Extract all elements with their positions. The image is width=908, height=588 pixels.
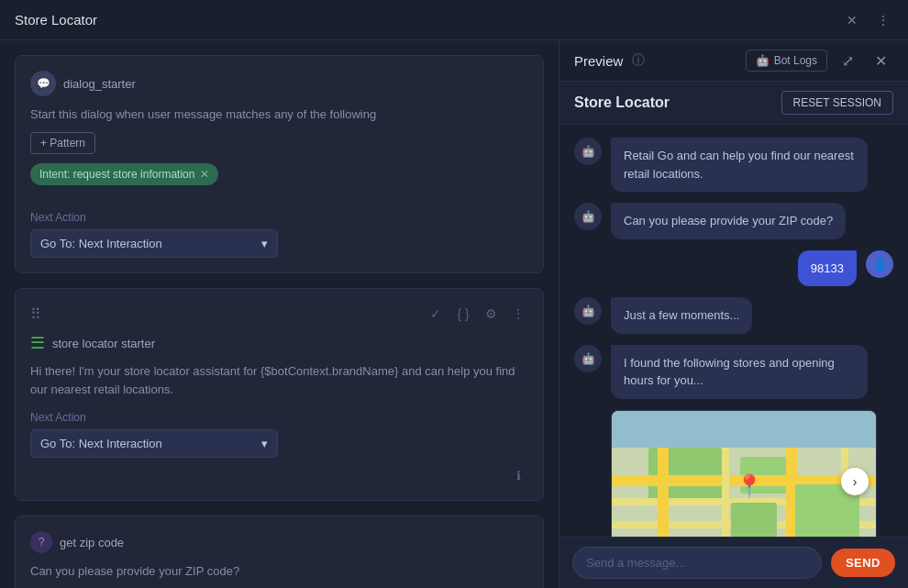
expand-icon[interactable]: ⤢: [835, 48, 860, 73]
intent-tag-text: Intent: request store information: [39, 168, 194, 181]
close-icon[interactable]: ✕: [842, 10, 862, 30]
message-row: 🤖 I found the following stores and openi…: [574, 345, 893, 399]
toolbar-right: ✓ { } ⚙ ⋮: [426, 304, 528, 324]
dialog-card-header: 💬 dialog_starter: [30, 71, 528, 96]
code-icon[interactable]: { }: [453, 304, 473, 324]
intent-tag: Intent: request store information ✕: [30, 163, 218, 185]
preview-title: Preview: [574, 53, 623, 69]
bot-logs-button[interactable]: 🤖 Bot Logs: [746, 50, 827, 72]
next-action-select[interactable]: Go To: Next Interaction ▾: [30, 229, 278, 258]
info-icon-bottom: ℹ: [30, 465, 528, 485]
dialog-icon: 💬: [30, 71, 56, 96]
check-icon[interactable]: ✓: [426, 304, 446, 324]
dialog-description: Start this dialog when user message matc…: [30, 107, 528, 121]
map-visual: 📍 ›: [612, 411, 876, 538]
user-avatar: 👤: [866, 250, 893, 278]
bot-bubble: Just a few moments...: [611, 297, 752, 334]
toolbar-left: ⠿: [30, 305, 41, 323]
svg-text:📍: 📍: [736, 472, 763, 499]
preview-info-icon[interactable]: ⓘ: [632, 52, 645, 69]
settings-icon[interactable]: ⚙: [481, 304, 501, 324]
list-icon: ☰: [30, 333, 45, 353]
preview-right: 🤖 Bot Logs ⤢ ✕: [746, 48, 893, 73]
chat-input-area: SEND: [559, 537, 908, 588]
bot-bubble: Can you please provide your ZIP code?: [611, 203, 846, 239]
bot-avatar: 🤖: [574, 297, 602, 325]
menu-icon[interactable]: ⋮: [873, 10, 893, 30]
starter-next-action-label: Next Action: [30, 411, 528, 424]
starter-card-title: store locator starter: [52, 337, 155, 350]
get-zip-code-card: ? get zip code Can you please provide yo…: [15, 516, 544, 588]
bot-bubble: Retail Go and can help you find our near…: [611, 138, 868, 192]
left-panel: 💬 dialog_starter Start this dialog when …: [0, 40, 559, 588]
add-pattern-button[interactable]: + Pattern: [30, 132, 95, 154]
dialog-starter-card: 💬 dialog_starter Start this dialog when …: [15, 55, 544, 273]
starter-card-header: ☰ store locator starter: [30, 333, 528, 353]
title-bar-left: Store Locator: [15, 12, 97, 28]
map-next-button[interactable]: ›: [841, 468, 869, 495]
svg-rect-11: [731, 503, 777, 538]
reset-session-button[interactable]: RESET SESSION: [781, 91, 893, 115]
main-layout: 💬 dialog_starter Start this dialog when …: [0, 40, 908, 588]
partial-card-header: ? get zip code: [30, 531, 528, 553]
preview-header: Preview ⓘ 🤖 Bot Logs ⤢ ✕: [559, 40, 908, 82]
right-panel: Preview ⓘ 🤖 Bot Logs ⤢ ✕ Store Locator R…: [559, 40, 908, 588]
message-row: 🤖 Retail Go and can help you find our ne…: [574, 138, 893, 192]
map-svg: 📍: [612, 411, 876, 538]
more-icon[interactable]: ⋮: [508, 304, 528, 324]
bot-logs-icon: 🤖: [756, 54, 770, 67]
send-button[interactable]: SEND: [831, 549, 895, 577]
chat-header: Store Locator RESET SESSION: [559, 82, 908, 125]
get-zip-code-description: Can you please provide your ZIP code?: [30, 562, 528, 581]
drag-handle-icon: ⠿: [30, 305, 41, 323]
intent-close-icon[interactable]: ✕: [200, 168, 209, 181]
svg-rect-7: [658, 448, 669, 538]
starter-content: Hi there! I'm your store locator assista…: [30, 362, 528, 398]
user-bubble: 98133: [798, 250, 857, 287]
bot-avatar: 🤖: [574, 203, 602, 230]
starter-next-action-select[interactable]: Go To: Next Interaction ▾: [30, 429, 278, 458]
store-locator-starter-card: ⠿ ✓ { } ⚙ ⋮ ☰ store locator starter Hi t…: [15, 288, 544, 501]
info-icon[interactable]: ℹ: [508, 465, 528, 485]
svg-rect-1: [612, 411, 876, 448]
bot-bubble: I found the following stores and opening…: [611, 345, 868, 399]
chat-messages: 🤖 Retail Go and can help you find our ne…: [559, 125, 908, 537]
app-title: Store Locator: [15, 12, 97, 28]
bot-avatar: 🤖: [574, 138, 602, 165]
bot-avatar: 🤖: [574, 345, 602, 372]
user-message-row: 98133 👤: [574, 250, 893, 287]
preview-left: Preview ⓘ: [574, 52, 645, 69]
title-bar-right: ✕ ⋮: [842, 10, 893, 30]
message-row: 🤖 Just a few moments...: [574, 297, 893, 334]
dialog-starter-title: dialog_starter: [63, 77, 136, 91]
title-bar: Store Locator ✕ ⋮: [0, 0, 908, 40]
close-preview-icon[interactable]: ✕: [868, 48, 893, 73]
message-row: 🤖 Can you please provide your ZIP code?: [574, 203, 893, 239]
question-icon: ?: [30, 531, 52, 553]
chat-panel: Store Locator RESET SESSION 🤖 Retail Go …: [559, 82, 908, 588]
next-action-label: Next Action: [30, 211, 528, 224]
chat-input[interactable]: [572, 547, 822, 579]
get-zip-code-title: get zip code: [60, 536, 124, 549]
map-card-row: 📍 › 11501 Aurora Ave N, Seattle Mon-Fri:…: [574, 410, 893, 538]
starter-card-toolbar: ⠿ ✓ { } ⚙ ⋮: [30, 304, 528, 324]
svg-rect-8: [722, 448, 729, 538]
chat-header-title: Store Locator: [574, 94, 670, 111]
map-card: 📍 › 11501 Aurora Ave N, Seattle Mon-Fri:…: [611, 410, 877, 538]
